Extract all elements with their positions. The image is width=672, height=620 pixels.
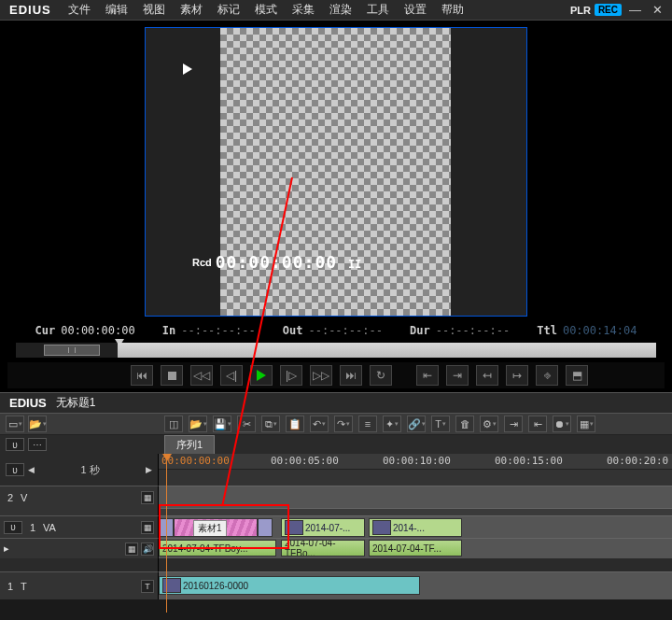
clip-title[interactable]: 20160126-0000 [159, 576, 420, 595]
tool-record[interactable]: ⏺▾ [553, 416, 571, 432]
insert-button[interactable]: ⎆ [536, 365, 558, 386]
alpha-checker [220, 28, 451, 316]
clip-segment[interactable] [258, 518, 273, 537]
tool-export1[interactable]: ⇥ [504, 416, 523, 432]
tool-redo[interactable]: ↷▾ [334, 416, 353, 432]
tool-render[interactable]: ⚙▾ [480, 416, 498, 432]
zoom-icon[interactable]: υ [6, 463, 24, 476]
tool-cut[interactable]: ✂ [237, 416, 256, 432]
mode-plr[interactable]: PLR [570, 5, 591, 16]
timeline-logo: EDIUS [0, 396, 56, 410]
project-title: 无标题1 [56, 395, 96, 411]
rcd-timecode: 00:00:00:00 II [216, 252, 362, 272]
scrub-fill [118, 343, 656, 358]
go-end-button[interactable]: ⏭ [340, 365, 362, 386]
track-body-2v[interactable] [159, 486, 672, 508]
track-u-icon[interactable]: υ [4, 521, 22, 534]
tool-open2[interactable]: 📂▾ [189, 416, 207, 432]
play-button[interactable] [250, 365, 273, 386]
zoom-out-icon[interactable]: ◀ [28, 465, 35, 474]
tool-match[interactable]: ◫ [164, 416, 183, 432]
track-expand-icon[interactable]: ⋯ [28, 438, 47, 451]
clip-2014a[interactable]: 2014-07-... [281, 518, 365, 537]
ruler-tick: 00:00:05:00 [271, 455, 339, 467]
clip-label: 素材1 [193, 520, 227, 537]
menu-view[interactable]: 视图 [135, 0, 173, 21]
stop-button[interactable] [161, 365, 183, 386]
track-head-1va[interactable]: υ 1 VA ▦ [0, 515, 159, 538]
mode-rec[interactable]: REC [595, 4, 622, 16]
go-start-button[interactable]: ⏮ [131, 365, 153, 386]
minimize-icon[interactable]: — [625, 3, 645, 17]
menu-settings[interactable]: 设置 [397, 0, 434, 21]
tool-new[interactable]: ▭▾ [6, 416, 24, 432]
rcd-label: Rcd [192, 257, 212, 268]
menu-render[interactable]: 渲染 [322, 0, 359, 21]
scrub-handle[interactable] [44, 345, 100, 356]
overwrite-button[interactable]: ⬒ [566, 365, 588, 386]
menu-file[interactable]: 文件 [61, 0, 98, 21]
tool-open[interactable]: 📂▾ [28, 416, 47, 432]
set-in-button[interactable]: ⇤ [416, 365, 439, 386]
tool-export2[interactable]: ⇤ [528, 416, 547, 432]
zoom-in-icon[interactable]: ▶ [146, 465, 152, 474]
tool-seq[interactable]: ≡ [358, 416, 377, 432]
title-track-icon[interactable]: T [141, 580, 154, 593]
tool-title[interactable]: T▾ [431, 416, 450, 432]
tool-fx[interactable]: ✦▾ [383, 416, 401, 432]
timecode-row: Cur00:00:00:00 In--:--:--:-- Out--:--:--… [7, 319, 665, 342]
tool-copy[interactable]: ⧉▾ [261, 416, 280, 432]
menu-clip[interactable]: 素材 [173, 0, 210, 21]
scrub-bar[interactable] [15, 342, 657, 359]
clip-audio-3[interactable]: 2014-07-04-TF... [369, 540, 462, 557]
preview-canvas[interactable]: Rcd 00:00:00:00 II [145, 27, 527, 317]
video-track-icon[interactable]: ▦ [141, 491, 154, 504]
ripple-left-button[interactable]: ↤ [476, 365, 498, 386]
close-icon[interactable]: ✕ [649, 3, 666, 17]
tool-undo[interactable]: ↶▾ [310, 416, 329, 432]
clip-audio-2[interactable]: 2014-07-04-TFBo... [281, 540, 365, 557]
tool-link[interactable]: 🔗▾ [407, 416, 426, 432]
menu-mode[interactable]: 模式 [247, 0, 285, 21]
track-body-1t[interactable]: 20160126-0000 [159, 571, 672, 599]
menu-help[interactable]: 帮助 [434, 0, 471, 21]
menu-capture[interactable]: 采集 [285, 0, 322, 21]
sequence-tab[interactable]: 序列1 [164, 435, 215, 454]
play-indicator-icon [183, 63, 192, 75]
step-fwd-button[interactable]: |▷ [280, 365, 302, 386]
ruler-tick: 00:00:10:00 [383, 455, 451, 467]
mute-icon[interactable]: ▦ [125, 542, 138, 556]
fastfwd-button[interactable]: ▷▷ [310, 365, 332, 386]
menu-tools[interactable]: 工具 [359, 0, 397, 21]
menu-marker[interactable]: 标记 [210, 0, 247, 21]
audio-icon[interactable]: 🔊 [141, 542, 154, 556]
clip-thumb-icon [162, 578, 181, 593]
loop-button[interactable]: ↻ [370, 365, 392, 386]
clip-pink[interactable]: 素材1 [174, 518, 258, 537]
timeline-playhead[interactable] [166, 454, 167, 613]
set-out-button[interactable]: ⇥ [446, 365, 469, 386]
menu-bar: 文件 编辑 视图 素材 标记 模式 采集 渲染 工具 设置 帮助 [61, 0, 570, 21]
track-body-1va-a[interactable]: 2014-07-04-TFBoy... 2014-07-04-TFBo... 2… [159, 538, 672, 558]
clip-thumb-icon [285, 520, 303, 535]
tool-paste[interactable]: 📋 [286, 416, 304, 432]
tool-layout[interactable]: ▦▾ [577, 416, 595, 432]
track-collapse-icon[interactable]: υ [6, 438, 24, 451]
clip-thumb-icon [372, 520, 391, 535]
video-track-icon[interactable]: ▦ [141, 521, 154, 534]
track-head-1va-a[interactable]: ▸ ▦🔊 [0, 538, 159, 558]
app-logo: EDIUS [0, 3, 61, 17]
tool-delete[interactable]: 🗑 [455, 416, 474, 432]
track-head-2v[interactable]: 2 V ▦ [0, 486, 159, 508]
tool-save[interactable]: 💾▾ [213, 416, 231, 432]
step-back-button[interactable]: ◁| [220, 365, 243, 386]
track-body-1va-v[interactable]: 素材1 2014-07-... 2014-... [159, 515, 672, 538]
ripple-right-button[interactable]: ↦ [506, 365, 528, 386]
clip-2014b[interactable]: 2014-... [369, 518, 462, 537]
ruler-tick: 00:00:15:00 [495, 455, 563, 467]
track-head-1t[interactable]: 1 T T [0, 571, 159, 599]
rewind-button[interactable]: ◁◁ [190, 365, 213, 386]
zoom-label: 1 秒 [38, 463, 142, 477]
clip-audio-1[interactable]: 2014-07-04-TFBoy... [159, 540, 276, 557]
menu-edit[interactable]: 编辑 [98, 0, 135, 21]
